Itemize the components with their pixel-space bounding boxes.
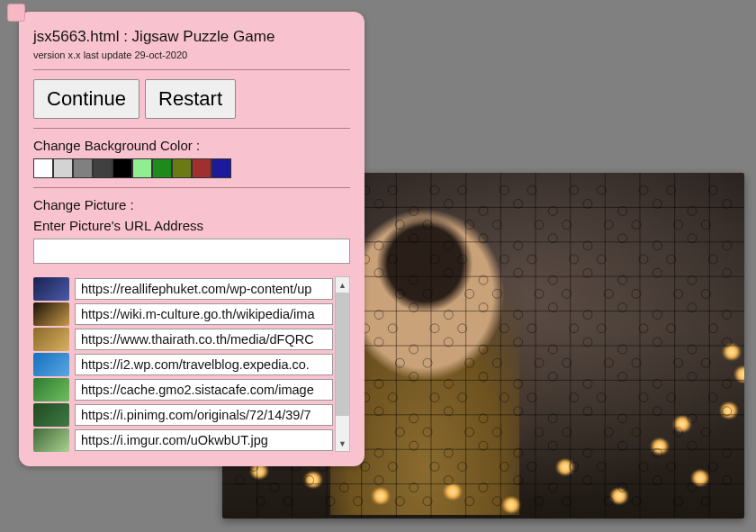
svg-point-190: [652, 241, 662, 250]
picture-thumbnail[interactable]: [33, 378, 69, 401]
svg-point-221: [688, 303, 697, 312]
button-row: Continue Restart: [33, 79, 350, 119]
svg-point-233: [583, 338, 592, 347]
svg-point-292: [548, 483, 557, 492]
svg-point-137: [639, 324, 648, 333]
svg-point-138: [632, 358, 641, 367]
scroll-track[interactable]: [336, 293, 349, 436]
svg-point-277: [548, 441, 557, 450]
svg-point-83: [458, 185, 467, 194]
picture-thumbnail[interactable]: [33, 428, 69, 452]
svg-point-284: [270, 483, 279, 492]
restart-button[interactable]: Restart: [145, 79, 236, 119]
picture-thumbnail[interactable]: [33, 302, 69, 326]
candle-glow: [555, 459, 575, 475]
svg-point-202: [548, 275, 557, 284]
bg-swatch-0[interactable]: [33, 158, 53, 178]
svg-point-263: [583, 407, 592, 416]
svg-point-279: [618, 441, 627, 450]
svg-point-93: [500, 185, 508, 194]
svg-point-140: [632, 428, 641, 437]
svg-point-145: [667, 255, 676, 264]
svg-point-129: [597, 393, 606, 402]
bg-swatch-3[interactable]: [93, 158, 112, 178]
picture-url-field[interactable]: https://reallifephuket.com/wp-content/up: [75, 278, 333, 300]
svg-point-204: [618, 275, 627, 284]
divider: [33, 128, 350, 129]
svg-point-119: [570, 393, 579, 402]
picture-list: https://reallifephuket.com/wp-content/up…: [33, 276, 333, 452]
svg-point-123: [597, 185, 606, 194]
svg-point-115: [570, 255, 579, 264]
svg-point-125: [597, 255, 606, 264]
bg-swatch-6[interactable]: [152, 158, 172, 178]
candle-glow: [690, 470, 710, 486]
svg-point-232: [548, 345, 557, 354]
picture-thumbnail[interactable]: [33, 403, 69, 427]
svg-point-142: [632, 497, 641, 506]
svg-point-278: [583, 448, 592, 457]
svg-point-149: [667, 393, 676, 402]
svg-point-167: [374, 199, 383, 208]
picture-url-field[interactable]: https://i.pinimg.com/originals/72/14/39/…: [75, 404, 333, 426]
url-input-label: Enter Picture's URL Address: [33, 218, 350, 233]
svg-point-116: [562, 289, 572, 298]
svg-point-143: [667, 185, 676, 194]
continue-button[interactable]: Continue: [33, 79, 140, 119]
svg-point-248: [583, 379, 592, 388]
svg-point-146: [674, 289, 683, 298]
divider: [33, 69, 350, 70]
picture-url-field[interactable]: https://wiki.m-culture.go.th/wikipedia/i…: [75, 303, 333, 325]
candle-glow: [501, 497, 521, 513]
version-label: version x.x last update 29-oct-2020: [33, 50, 350, 60]
picture-url-field[interactable]: https://i.imgur.com/uOkwbUT.jpg: [75, 429, 333, 451]
bg-swatch-4[interactable]: [112, 158, 132, 178]
svg-point-188: [583, 241, 592, 250]
svg-point-172: [548, 206, 557, 215]
svg-point-219: [618, 303, 627, 312]
bg-swatch-2[interactable]: [73, 158, 93, 178]
picture-row: https://reallifephuket.com/wp-content/up: [33, 276, 333, 301]
scroll-thumb[interactable]: [336, 293, 349, 416]
bg-swatch-9[interactable]: [212, 158, 231, 178]
svg-point-161: [708, 462, 717, 471]
page-title: jsx5663.html : Jigsaw Puzzle Game: [33, 28, 350, 46]
picture-thumbnail[interactable]: [33, 353, 69, 376]
svg-point-122: [562, 497, 572, 506]
svg-point-251: [688, 372, 697, 381]
picture-url-field[interactable]: https://cache.gmo2.sistacafe.com/image: [75, 379, 333, 401]
scrollbar[interactable]: ▲ ▼: [335, 276, 350, 452]
svg-point-220: [652, 311, 662, 320]
svg-point-157: [708, 324, 717, 333]
picture-url-input[interactable]: [33, 239, 350, 264]
bg-swatch-5[interactable]: [132, 158, 152, 178]
svg-point-109: [527, 393, 536, 402]
picture-url-field[interactable]: https://www.thairath.co.th/media/dFQRC: [75, 329, 333, 350]
candle-glow: [722, 344, 742, 360]
svg-point-110: [535, 428, 544, 437]
svg-point-177: [723, 199, 732, 208]
candle-glow: [371, 488, 391, 504]
picture-thumbnail[interactable]: [33, 277, 69, 301]
candle-glow: [734, 366, 744, 383]
svg-point-252: [723, 379, 732, 388]
panel-drag-handle[interactable]: [7, 4, 25, 22]
picture-url-field[interactable]: https://i2.wp.com/travelblog.expedia.co.: [75, 354, 333, 375]
svg-point-118: [562, 358, 572, 367]
svg-point-158: [701, 358, 710, 367]
bg-swatch-8[interactable]: [192, 158, 212, 178]
bg-swatch-7[interactable]: [172, 158, 192, 178]
svg-point-169: [444, 199, 453, 208]
svg-point-134: [632, 221, 641, 230]
svg-point-131: [597, 462, 606, 471]
svg-point-189: [618, 234, 627, 243]
scroll-down-button[interactable]: ▼: [336, 436, 349, 451]
picture-thumbnail[interactable]: [33, 328, 69, 351]
svg-point-103: [527, 185, 536, 194]
svg-point-162: [701, 497, 710, 506]
svg-point-293: [583, 476, 592, 485]
svg-point-113: [570, 185, 579, 194]
scroll-up-button[interactable]: ▲: [336, 277, 349, 293]
bg-swatch-1[interactable]: [53, 158, 73, 178]
svg-point-63: [388, 185, 397, 194]
